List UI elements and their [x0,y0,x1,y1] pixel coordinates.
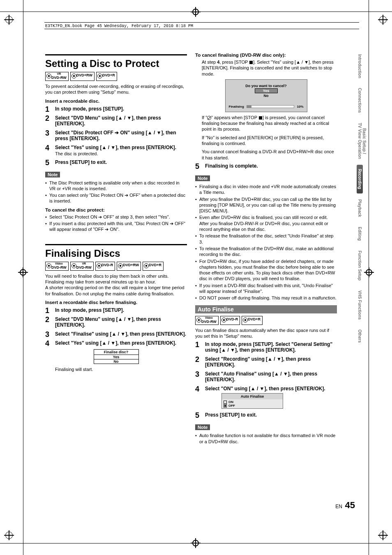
step: Select "Yes" using [▲ / ▼], then press [… [55,340,176,346]
noentry-icon [207,116,211,120]
note-label: Note [195,424,210,430]
step: Select "Recording" using [▲ / ▼], then p… [205,356,311,368]
noentry-text: If "" appears when [STOP ] is pressed, y… [195,115,337,132]
note-item: For DVD+RW disc, if you have added or de… [195,258,337,282]
finalise-intro: You will need to finalise discs to play … [45,273,187,297]
note-item: After you finalise the DVD+RW disc, you … [195,196,337,214]
if-no-text: If "No" is selected and [ENTER/OK] or [R… [195,135,337,147]
tab-connections[interactable]: Connections [357,84,363,117]
bullet: Select "Disc Protect ON ➔ OFF" at step 3… [45,214,187,220]
note-item: If you insert a DVD-RW disc finalised wi… [195,283,337,295]
note-item: DO NOT power off during finalising. This… [195,295,337,301]
insert-disc: Insert a recordable disc before finalisi… [45,300,187,305]
tab-editing[interactable]: Editing [357,223,363,245]
step: Select "DVD Menu" using [▲ / ▼], then pr… [55,316,161,328]
step: In stop mode, press [SETUP]. Select "Gen… [205,341,332,353]
no-cancel-text: You cannot cancel finalising a DVD-R and… [195,149,337,161]
note-item: Auto finalise function is not available … [195,433,337,444]
section-title-finalising: Finalising Discs [45,248,187,259]
finalise-start: Finalising will start. [45,366,187,372]
note-item: You can select only "Disc Protect ON ➔ O… [45,192,187,204]
reg-mark [191,538,201,548]
auto-finalise-osd: Auto Finalise ON OFF [221,393,283,409]
disc-badges: VRDVD-RW DVD+RW DVD+R [45,72,187,81]
note-label: Note [45,172,60,177]
tab-playback[interactable]: Playback [357,195,363,221]
step: Select "Auto Finalise" using [▲ / ▼], th… [205,371,317,382]
step: Select "Yes" using [▲ / ▼], then press [… [55,145,176,150]
step: In stop mode, press [SETUP]. [55,106,124,112]
tab-basic-setup[interactable]: Basic Setup / TV View Operation [357,119,367,163]
tab-function-setup[interactable]: Function Setup [357,246,363,285]
cancel-header: To cancel the disc protect: [45,207,187,212]
note-item: The Disc Protect setting is available on… [45,180,187,192]
disc-badges: VideoDVD-RW DVD-R DVD+R [195,316,337,325]
reg-hatch [4,15,14,25]
bullet: If you insert a disc protected with this… [45,221,187,233]
reg-hatch [378,15,388,25]
stop-icon [259,116,262,120]
note-item: To release the finalisation of the disc,… [195,233,337,245]
progress-bar [247,105,295,108]
reg-mark [191,7,201,17]
page-number: EN 45 [335,500,355,511]
disc-badges: VideoDVD-RW VRDVD-RW DVD-R DVD+RW DVD+R [45,262,187,271]
note-item: Even after DVD+RW disc is finalised, you… [195,214,337,232]
running-header: E3TK7FD_EN.book Page 45 Wednesday, Febru… [44,22,359,29]
section-title-protect: Setting a Disc to Protect [45,58,187,69]
stop-icon [249,61,253,64]
tab-recording[interactable]: Recording [357,165,363,193]
note-label: Note [195,175,210,181]
cancel-finalise-text: At step 4, press [STOP ]. Select "Yes" u… [195,59,337,77]
side-tabs: Introduction Connections Basic Setup / T… [357,50,377,348]
step: Press [SETUP] to exit. [205,412,257,418]
insert-disc: Insert a recordable disc. [45,99,187,104]
step: Press [SETUP] to exit. [55,159,107,165]
step: Select "DVD Menu" using [▲ / ▼], then pr… [55,115,161,127]
osd-cancel-dialog: Do you want to cancel? Yes No Finalising… [225,79,307,112]
intro-text: To prevent accidental over-recording, ed… [45,83,187,95]
step: Select "Finalise" using [▲ / ▼], then pr… [55,331,186,337]
step: Select "Disc Protect OFF ➔ ON" using [▲ … [55,130,176,141]
note-item: Finalising a disc in video mode and +VR … [195,184,337,196]
tab-others[interactable]: Others [357,325,363,347]
note-item: To release the finalisation of the DVD+R… [195,246,337,258]
finalise-dialog: Finalise disc? Yes No [94,349,139,364]
cancel-finalise-hdr: To cancel finalising (DVD-RW disc only): [195,53,337,58]
auto-finalise-intro: You can finalise discs automatically whe… [195,327,337,339]
tab-vhs-functions[interactable]: VHS Functions [357,286,363,324]
reg-hatch [378,530,388,540]
reg-hatch [4,530,14,540]
reg-mark [18,267,28,277]
step: In stop mode, press [SETUP]. [55,307,124,313]
step: Select "ON" using [▲ / ▼], then press [E… [205,386,325,391]
tab-introduction[interactable]: Introduction [357,50,363,82]
step-sub: The disc is protected. [55,151,187,156]
section-bar-auto-finalise: Auto Finalise [195,305,337,313]
step: Finalising is complete. [205,163,258,169]
